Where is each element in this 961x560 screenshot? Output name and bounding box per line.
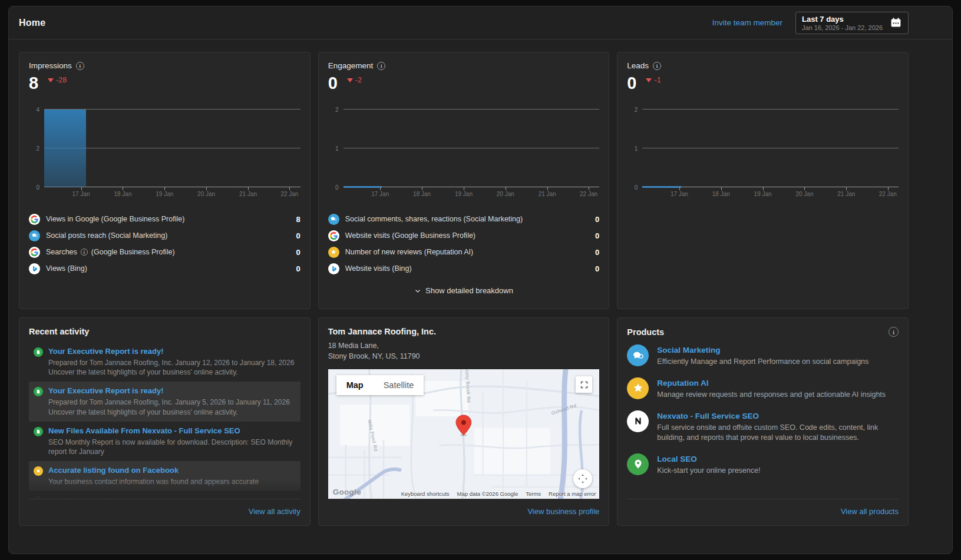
- y-axis-label: 1: [635, 145, 638, 152]
- product-name-link[interactable]: Social Marketing: [657, 346, 720, 354]
- info-icon[interactable]: i: [889, 327, 899, 337]
- activity-item[interactable]: Accurate listing found on FacebookYour b…: [29, 461, 300, 491]
- breakdown-label-text: Social posts reach (Social Marketing): [46, 231, 167, 240]
- impressions-title: Impressions: [29, 61, 72, 70]
- address-line-1: 18 Media Lane,: [328, 340, 600, 351]
- breakdown-label: Number of new reviews (Reputation AI): [345, 248, 473, 256]
- info-icon[interactable]: i: [81, 248, 88, 256]
- breakdown-row: Searchesi(Google Business Profile)0: [29, 244, 300, 260]
- keyboard-shortcuts[interactable]: Keyboard shortcuts: [401, 491, 450, 497]
- gridline: [642, 109, 899, 110]
- product-item[interactable]: Reputation AIManage review requests and …: [627, 377, 899, 400]
- product-item[interactable]: Nexvato - Full Service SEOFull service o…: [627, 410, 899, 443]
- report-a-map-error[interactable]: Report a map error: [549, 491, 596, 497]
- y-axis: 012: [328, 110, 344, 187]
- reputation-icon: [627, 377, 649, 399]
- gridline: [344, 148, 600, 148]
- map-attribution: Keyboard shortcutsMap data ©2026 GoogleT…: [401, 491, 596, 497]
- breakdown-row: Website visits (Bing)0: [328, 260, 600, 277]
- product-name-link[interactable]: Reputation AI: [657, 379, 708, 387]
- y-axis-label: 1: [335, 145, 339, 152]
- breakdown-row: Number of new reviews (Reputation AI)0: [328, 244, 600, 260]
- breakdown-value: 0: [595, 231, 599, 240]
- info-icon[interactable]: i: [653, 62, 661, 70]
- page: Home Invite team member Last 7 days Jan …: [0, 0, 961, 560]
- y-axis-label: 2: [36, 145, 39, 152]
- activity-item-title[interactable]: New Files Available From Nexvato - Full …: [48, 426, 240, 435]
- breakdown-label-text: Website visits (Bing): [345, 264, 412, 273]
- satellite-tab[interactable]: Satellite: [374, 375, 424, 395]
- reputation-icon: [328, 247, 339, 258]
- chevron-down-icon: [414, 287, 421, 294]
- business-name: Tom Jannace Roofing, Inc.: [328, 327, 600, 336]
- x-axis-label: 17 Jan: [371, 191, 389, 197]
- document-icon-wrap: [34, 347, 43, 357]
- activity-item[interactable]: Your Executive Report is ready!Prepared …: [29, 491, 300, 499]
- info-icon[interactable]: i: [377, 62, 385, 70]
- google-maps-logo[interactable]: Google: [333, 488, 361, 496]
- recent-activity-footer: View all activity: [29, 499, 300, 516]
- header-actions: Invite team member Last 7 days Jan 16, 2…: [712, 12, 909, 34]
- engagement-value: 0: [328, 75, 338, 92]
- map-tab[interactable]: Map: [336, 375, 374, 395]
- x-axis: 17 Jan18 Jan19 Jan20 Jan21 Jan22 Jan: [642, 187, 899, 198]
- activity-item[interactable]: Your Executive Report is ready!Prepared …: [29, 342, 300, 382]
- view-all-activity-link[interactable]: View all activity: [249, 507, 300, 516]
- products-header: Products i: [627, 327, 899, 337]
- activity-item[interactable]: New Files Available From Nexvato - Full …: [29, 422, 300, 461]
- activity-item[interactable]: Your Executive Report is ready!Prepared …: [29, 382, 300, 421]
- fullscreen-button[interactable]: [576, 376, 592, 393]
- view-business-profile-link[interactable]: View business profile: [527, 507, 599, 516]
- calendar-icon: [890, 16, 902, 29]
- impressions-card: Impressions i 8 -28 02417 Jan18 Jan19 Ja…: [19, 52, 311, 309]
- date-range-text: Last 7 days Jan 16, 2026 - Jan 22, 2026: [802, 15, 883, 31]
- y-axis-label: 0: [335, 184, 339, 191]
- breakdown-row: Views (Bing)0: [29, 260, 300, 277]
- breakdown-value: 0: [296, 248, 300, 257]
- leads-card: Leads i 0 -1 01217 Jan18 Jan19 Jan20 Jan…: [617, 52, 909, 309]
- engagement-value-row: 0 -2: [328, 75, 600, 92]
- product-name-link[interactable]: Nexvato - Full Service SEO: [657, 412, 759, 420]
- invite-team-member-link[interactable]: Invite team member: [712, 18, 782, 27]
- product-item[interactable]: Local SEOKick-start your online presence…: [627, 453, 899, 476]
- show-detailed-breakdown-button[interactable]: Show detailed breakdown: [414, 286, 513, 295]
- chart-plot-area: [44, 110, 300, 187]
- activity-item-title[interactable]: Your Executive Report is ready!: [48, 386, 164, 395]
- show-detailed-breakdown-label: Show detailed breakdown: [425, 286, 513, 295]
- view-all-products-link[interactable]: View all products: [841, 507, 899, 516]
- breakdown-label: Website visits (Bing): [345, 264, 412, 273]
- document-icon: [34, 496, 43, 499]
- breakdown-value: 0: [296, 264, 300, 273]
- products-footer: View all products: [627, 499, 899, 516]
- activity-item-title[interactable]: Your Executive Report is ready!: [48, 496, 164, 499]
- breakdown-row: Views in Google (Google Business Profile…: [29, 211, 300, 227]
- date-range-picker[interactable]: Last 7 days Jan 16, 2026 - Jan 22, 2026: [795, 12, 909, 34]
- y-axis-label: 4: [36, 107, 39, 113]
- pan-arrows-icon: [576, 472, 589, 485]
- breakdown-value: 0: [595, 248, 599, 257]
- activity-item-description: SEO Monthly Report is now available for …: [48, 438, 296, 456]
- breakdown-label: Social comments, shares, reactions (Soci…: [345, 215, 523, 223]
- y-axis: 012: [627, 110, 642, 187]
- map-type-control: Map Satellite: [336, 375, 424, 395]
- document-icon: [34, 427, 43, 436]
- dashboard-panel: Home Invite team member Last 7 days Jan …: [8, 6, 953, 554]
- engagement-title: Engagement: [328, 61, 374, 70]
- terms[interactable]: Terms: [526, 491, 541, 497]
- dashboard-grid: Impressions i 8 -28 02417 Jan18 Jan19 Ja…: [9, 39, 952, 526]
- info-icon[interactable]: i: [76, 62, 84, 70]
- activity-list: Your Executive Report is ready!Prepared …: [29, 342, 300, 499]
- impressions-chart: 02417 Jan18 Jan19 Jan20 Jan21 Jan22 Jan: [29, 110, 300, 198]
- breakdown-label: Website visits (Google Business Profile): [345, 231, 475, 240]
- breakdown-value: 0: [595, 264, 599, 273]
- breakdown-label-text: Social comments, shares, reactions (Soci…: [345, 215, 523, 223]
- recent-activity-title: Recent activity: [29, 327, 300, 336]
- map-data-2026-google: Map data ©2026 Google: [457, 491, 519, 497]
- activity-item-title[interactable]: Your Executive Report is ready!: [48, 347, 164, 356]
- product-name-link[interactable]: Local SEO: [657, 455, 697, 463]
- product-item[interactable]: Social MarketingEfficiently Manage and R…: [627, 344, 899, 367]
- product-text: Local SEOKick-start your online presence…: [657, 453, 760, 476]
- activity-item-title[interactable]: Accurate listing found on Facebook: [48, 466, 179, 475]
- triangle-down-icon: [48, 78, 54, 82]
- engagement-header: Engagement i: [328, 61, 600, 70]
